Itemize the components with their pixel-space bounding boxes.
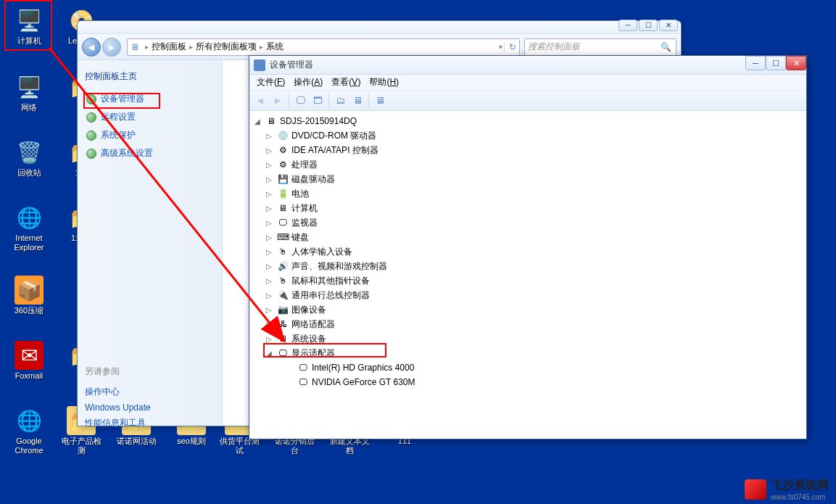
gpu-icon: 🖵 (297, 363, 309, 373)
shield-icon (86, 112, 96, 123)
collapse-icon[interactable]: ◢ (264, 350, 274, 358)
tree-node[interactable]: ▷🖵监视器 (249, 215, 806, 230)
tree-node[interactable]: ▷🔌通用串行总线控制器 (249, 288, 806, 302)
breadcrumb[interactable]: 系统 (266, 41, 284, 53)
maximize-button[interactable]: ☐ (639, 20, 658, 31)
expand-icon[interactable]: ▷ (264, 161, 274, 169)
see-also-link[interactable]: 性能信息和工具 (85, 415, 215, 431)
expand-icon[interactable]: ▷ (264, 335, 274, 343)
expand-icon[interactable]: ▷ (264, 205, 274, 212)
device-manager-window: 设备管理器 ─ ☐ ✕ 文件(F)操作(A)查看(V)帮助(H) ◄ ► 🖵 🗔… (249, 55, 807, 439)
tree-node[interactable]: ▷⚙处理器 (249, 157, 806, 172)
address-bar[interactable]: 🖥 ▸ 控制面板 ▸ 所有控制面板项 ▸ 系统 ▾ ↻ (127, 38, 520, 56)
desktop-icon[interactable]: 🖥️网络 (7, 73, 51, 112)
device-icon: 🔊 (277, 261, 289, 271)
cp-sidebar: 控制面板主页 设备管理器远程设置系统保护高级系统设置 另请参阅 操作中心Wind… (78, 60, 223, 426)
tree-node[interactable]: ▷🔋电池 (249, 186, 806, 201)
back-button[interactable]: ◄ (252, 93, 268, 109)
show-hidden-button[interactable]: 🖵 (292, 93, 308, 109)
menubar: 文件(F)操作(A)查看(V)帮助(H) (249, 75, 806, 91)
expand-icon[interactable]: ▷ (264, 234, 274, 241)
desktop-icon[interactable]: ✉Foxmail (7, 341, 51, 381)
device-icon: 🖵 (277, 218, 289, 228)
dm-titlebar[interactable]: 设备管理器 ─ ☐ ✕ (249, 56, 806, 75)
close-button[interactable]: ✕ (786, 56, 806, 70)
device-icon: ⚙ (277, 145, 289, 155)
sidebar-item[interactable]: 远程设置 (85, 108, 215, 126)
see-also-heading: 另请参阅 (85, 365, 215, 378)
maximize-button[interactable]: ☐ (766, 56, 786, 70)
tree-node[interactable]: ▷💿DVD/CD-ROM 驱动器 (249, 128, 806, 143)
device-icon: 🖱 (277, 247, 289, 257)
expand-icon[interactable]: ▷ (264, 321, 274, 329)
shield-icon (86, 131, 96, 141)
minimize-button[interactable]: ─ (745, 56, 766, 70)
shield-icon (86, 149, 96, 159)
expand-icon[interactable]: ▷ (264, 146, 274, 154)
sidebar-item[interactable]: 设备管理器 (85, 90, 215, 108)
collapse-icon[interactable]: ◢ (252, 117, 262, 125)
desktop-icon[interactable]: 🌐GoogleChrome (7, 406, 51, 455)
forward-button[interactable]: ► (102, 38, 121, 57)
breadcrumb[interactable]: 控制面板 (152, 41, 186, 53)
forward-button[interactable]: ► (270, 93, 286, 109)
breadcrumb[interactable]: 所有控制面板项 (196, 41, 257, 53)
menu-item[interactable]: 操作(A) (289, 76, 327, 88)
expand-icon[interactable]: ▷ (264, 175, 274, 183)
see-also-link[interactable]: Windows Update (85, 400, 215, 415)
properties-button[interactable]: 🗔 (310, 93, 326, 109)
gpu-icon: 🖵 (297, 377, 309, 387)
device-manager-icon (254, 59, 265, 71)
tree-node[interactable]: ▷📷图像设备 (249, 302, 806, 317)
close-button[interactable]: ✕ (659, 20, 678, 31)
tree-node[interactable]: ▷🖱鼠标和其他指针设备 (249, 273, 806, 288)
see-also-link[interactable]: 操作中心 (85, 384, 215, 400)
menu-item[interactable]: 帮助(H) (365, 76, 403, 88)
device-icon: 🖧 (277, 319, 289, 329)
device-icon: 🖥 (277, 203, 289, 213)
minimize-button[interactable]: ─ (618, 20, 637, 31)
back-button[interactable]: ◄ (82, 38, 101, 57)
menu-item[interactable]: 查看(V) (327, 76, 365, 88)
expand-icon[interactable]: ▷ (264, 248, 274, 256)
device-icon: ⚙ (277, 160, 289, 170)
search-input[interactable]: 搜索控制面板 🔍 (524, 38, 676, 56)
tree-node[interactable]: ▷🖱人体学输入设备 (249, 244, 806, 259)
device-icon: 🔋 (277, 189, 289, 199)
sidebar-item[interactable]: 高级系统设置 (85, 144, 215, 162)
expand-icon[interactable]: ▷ (264, 306, 274, 314)
tree-node[interactable]: ▷⌨键盘 (249, 230, 806, 244)
expand-icon[interactable]: ▷ (264, 277, 274, 285)
device-tree: ◢ 🖥 SDJS-20150914DQ ▷💿DVD/CD-ROM 驱动器▷⚙ID… (249, 111, 806, 437)
menu-item[interactable]: 文件(F) (252, 76, 289, 88)
help-button[interactable]: 🖥 (372, 93, 388, 109)
expand-icon[interactable]: ▷ (264, 292, 274, 299)
tree-root[interactable]: ◢ 🖥 SDJS-20150914DQ (249, 114, 806, 128)
tree-leaf-gpu[interactable]: 🖵NVIDIA GeForce GT 630M (249, 375, 806, 389)
sidebar-heading: 控制面板主页 (85, 70, 215, 83)
display-adapter-icon: 🖵 (277, 348, 289, 358)
sidebar-item[interactable]: 系统保护 (85, 126, 215, 144)
desktop-icon[interactable]: 🌐InternetExplorer (7, 203, 51, 252)
expand-icon[interactable]: ▷ (264, 219, 274, 227)
tree-node[interactable]: ▷🖥系统设备 (249, 331, 806, 346)
scan-button[interactable]: 🗂 (332, 93, 348, 109)
tree-node[interactable]: ▷🔊声音、视频和游戏控制器 (249, 259, 806, 273)
device-icon: 🖱 (277, 276, 289, 286)
tree-node-display-adapters[interactable]: ◢ 🖵 显示适配器 (249, 346, 806, 360)
scan-hardware-button[interactable]: 🖥 (349, 93, 365, 109)
device-icon: 🖥 (277, 334, 289, 344)
expand-icon[interactable]: ▷ (264, 190, 274, 198)
expand-icon[interactable]: ▷ (264, 132, 274, 140)
desktop-icon[interactable]: 🗑️回收站 (7, 138, 51, 178)
tree-node[interactable]: ▷🖥计算机 (249, 201, 806, 215)
desktop-icon[interactable]: 🖥️计算机 (7, 6, 51, 46)
watermark: 飞沙系统网 www.fs0745.com (745, 478, 829, 501)
tree-node[interactable]: ▷💾磁盘驱动器 (249, 172, 806, 186)
tree-node[interactable]: ▷🖧网络适配器 (249, 317, 806, 331)
expand-icon[interactable]: ▷ (264, 263, 274, 270)
tree-node[interactable]: ▷⚙IDE ATA/ATAPI 控制器 (249, 143, 806, 157)
cp-titlebar[interactable]: ─ ☐ ✕ (78, 21, 681, 34)
tree-leaf-gpu[interactable]: 🖵Intel(R) HD Graphics 4000 (249, 360, 806, 375)
desktop-icon[interactable]: 📦360压缩 (7, 276, 51, 315)
